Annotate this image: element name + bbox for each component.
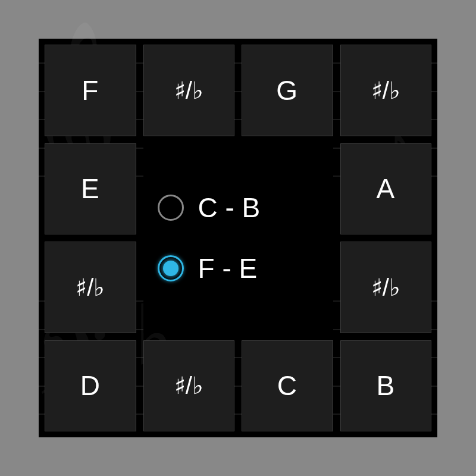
note-label: B [376,369,395,402]
accidental-label: ♯/♭ [371,274,400,301]
radio-indicator-icon [158,195,184,221]
accidental-label: ♯/♭ [76,274,105,301]
note-button-a[interactable]: A [340,143,432,235]
note-label: A [376,173,395,205]
note-button-c-sharp[interactable]: ♯/♭ [143,340,235,432]
accidental-label: ♯/♭ [174,372,203,399]
note-button-d-sharp[interactable]: ♯/♭ [45,242,136,333]
radio-range-f-e[interactable]: F - E [158,252,333,284]
note-picker-stage: 𝄞 ♪ 𝄢 ♭ ♪ F ♯/♭ G ♯/♭ E C - B F - E A ♯/… [39,39,437,437]
note-button-d[interactable]: D [45,340,136,432]
note-button-g-sharp[interactable]: ♯/♭ [340,45,432,136]
note-label: C [277,369,298,402]
note-grid: F ♯/♭ G ♯/♭ E C - B F - E A ♯/♭ ♯/♭ D ♯/… [45,45,431,431]
note-button-g[interactable]: G [242,45,333,136]
radio-indicator-icon [158,255,184,281]
note-button-f[interactable]: F [45,45,136,136]
root-range-selector: C - B F - E [143,143,333,333]
note-label: D [80,369,101,402]
note-button-a-sharp[interactable]: ♯/♭ [340,242,432,333]
accidental-label: ♯/♭ [174,77,203,104]
accidental-label: ♯/♭ [371,77,400,104]
note-button-b[interactable]: B [340,340,432,432]
radio-label: F - E [198,252,258,284]
note-label: F [82,74,99,107]
radio-range-c-b[interactable]: C - B [158,192,333,224]
note-button-e[interactable]: E [45,143,136,235]
note-label: G [276,74,298,107]
note-button-c[interactable]: C [242,340,333,432]
note-button-f-sharp[interactable]: ♯/♭ [143,45,235,136]
note-label: E [81,173,100,205]
radio-label: C - B [198,192,261,224]
